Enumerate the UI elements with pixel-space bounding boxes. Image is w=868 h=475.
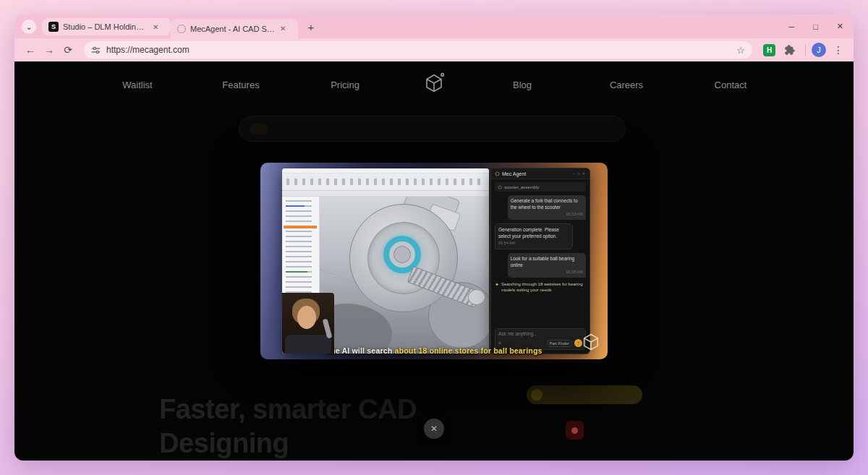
youtube-icon[interactable] xyxy=(566,421,584,440)
reload-button[interactable]: ⟳ xyxy=(59,41,77,59)
chat-message-time: 06:53 AM xyxy=(511,212,583,218)
youtube-play-dot xyxy=(571,427,578,434)
browser-window: ⌄ S Studio – DLM Holdings | Sanity ✕ Mec… xyxy=(14,14,854,461)
hero-line-1: Faster, smarter CAD xyxy=(159,393,417,427)
forward-button[interactable]: → xyxy=(41,41,58,59)
feature-tree-selected-item xyxy=(284,226,317,228)
maximize-button[interactable]: □ xyxy=(813,22,818,31)
new-tab-button[interactable]: + xyxy=(302,18,320,35)
dimmed-badge xyxy=(250,124,268,134)
chat-file-chip[interactable]: scooter_assembly xyxy=(495,182,586,192)
mecagent-logo[interactable] xyxy=(423,72,445,97)
tab-mecagent[interactable]: MecAgent - AI CAD Sofware Co ✕ xyxy=(171,19,298,38)
attach-icon[interactable]: + xyxy=(498,341,501,346)
dimmed-waitlist-button[interactable] xyxy=(527,385,642,404)
toolbar-divider xyxy=(805,44,806,56)
chat-message-agent: Generation complete. Please select your … xyxy=(495,223,573,249)
chat-cube-icon xyxy=(495,171,500,176)
tab-search-button[interactable]: ⌄ xyxy=(22,20,36,34)
cad-app-window xyxy=(282,168,489,354)
feature-tree-item-blue xyxy=(286,205,305,207)
url-text[interactable]: https://mecagent.com xyxy=(106,45,731,55)
back-button[interactable]: ← xyxy=(22,41,39,59)
cad-3d-viewport xyxy=(320,197,489,354)
tab-strip: ⌄ S Studio – DLM Holdings | Sanity ✕ Mec… xyxy=(14,14,854,38)
close-window-button[interactable]: ✕ xyxy=(837,22,843,31)
chat-status-text: Searching through 18 websites for bearin… xyxy=(501,281,586,294)
caption-leading-text: The AI will search xyxy=(326,346,392,355)
mecagent-favicon xyxy=(177,25,186,33)
nav-item-blog[interactable]: Blog xyxy=(513,80,532,90)
browser-menu-icon[interactable]: ⋮ xyxy=(833,44,843,56)
window-controls: ─ □ ✕ xyxy=(788,14,843,38)
chat-message-time: 06:54 AM xyxy=(498,241,569,247)
site-info-icon[interactable] xyxy=(91,46,101,55)
address-bar[interactable]: https://mecagent.com ☆ xyxy=(84,41,752,59)
chat-message-user: Look for a suitable ball bearing online … xyxy=(508,253,586,278)
feature-tree-item-green xyxy=(286,271,307,273)
file-cube-icon xyxy=(498,185,502,189)
chat-message-text: Look for a suitable ball bearing online xyxy=(511,255,583,268)
hero-line-2: Designing xyxy=(159,427,417,461)
dimmed-announcement-pill xyxy=(239,116,626,142)
nav-item-features[interactable]: Features xyxy=(222,80,259,90)
chat-app-title: Mec Agent xyxy=(502,171,570,176)
chat-header: Mec Agent ─ □ ✕ xyxy=(491,168,590,179)
tab-close-icon[interactable]: ✕ xyxy=(280,25,286,33)
part-finder-button[interactable]: Part Finder xyxy=(547,340,572,347)
chat-message-time: 06:55 AM xyxy=(511,270,583,275)
model-shaft-tip xyxy=(468,289,485,305)
chevron-down-icon: ⌄ xyxy=(25,22,32,32)
nav-item-careers[interactable]: Careers xyxy=(610,80,643,90)
chat-status: ✦ Searching through 18 websites for bear… xyxy=(495,281,586,294)
presenter-webcam xyxy=(282,293,334,354)
chat-messages: Generate a fork that connects to the whe… xyxy=(491,192,590,325)
cube-logo-icon xyxy=(423,72,445,94)
minimize-button[interactable]: ─ xyxy=(788,22,794,31)
tab-sanity-studio[interactable]: S Studio – DLM Holdings | Sanity ✕ xyxy=(42,18,171,35)
video-lightbox[interactable]: Mec Agent ─ □ ✕ scooter_assembly Generat… xyxy=(260,163,608,359)
tab-title: MecAgent - AI CAD Sofware Co xyxy=(190,25,276,33)
presenter-face xyxy=(297,306,316,329)
sanity-favicon: S xyxy=(48,22,59,32)
dimmed-button-icon xyxy=(531,389,542,401)
browser-toolbar: ← → ⟳ https://mecagent.com ☆ H J ⋮ xyxy=(14,38,854,61)
presenter-body xyxy=(285,335,331,354)
bookmark-star-icon[interactable]: ☆ xyxy=(736,45,745,56)
profile-avatar[interactable]: J xyxy=(812,43,826,57)
nav-item-contact[interactable]: Contact xyxy=(715,80,747,90)
chat-window-controls[interactable]: ─ □ ✕ xyxy=(572,171,586,176)
page-content: Waitlist Features Pricing Blog Careers C… xyxy=(14,61,854,461)
tab-title: Studio – DLM Holdings | Sanity xyxy=(63,22,148,31)
part-finder-label: Part Finder xyxy=(550,341,569,346)
nav-item-waitlist[interactable]: Waitlist xyxy=(122,80,152,90)
chat-message-user: Generate a fork that connects to the whe… xyxy=(508,195,586,220)
cad-ribbon-tabs xyxy=(282,191,489,197)
cad-menubar xyxy=(282,168,489,174)
nav-item-pricing[interactable]: Pricing xyxy=(331,80,359,90)
cad-toolbar xyxy=(282,174,489,191)
cad-toolbar-icons xyxy=(286,179,485,185)
hero-heading: Faster, smarter CAD Designing xyxy=(159,393,417,461)
extensions-puzzle-icon[interactable] xyxy=(783,43,796,56)
chat-file-name: scooter_assembly xyxy=(504,185,539,189)
extension-h-icon[interactable]: H xyxy=(763,44,775,56)
chat-message-text: Generate a fork that connects to the whe… xyxy=(511,197,583,210)
model-hub xyxy=(393,246,411,263)
tab-close-icon[interactable]: ✕ xyxy=(153,23,158,31)
mecagent-chat-window: Mec Agent ─ □ ✕ scooter_assembly Generat… xyxy=(490,168,590,354)
lightbox-close-button[interactable]: ✕ xyxy=(424,419,444,439)
sparkle-icon: ✦ xyxy=(495,281,499,288)
chat-message-text: Generation complete. Please select your … xyxy=(498,226,569,239)
chat-input-placeholder: Ask me anything... xyxy=(498,331,582,336)
caption-highlight-text: about 18 online stores for ball bearings xyxy=(395,346,542,355)
